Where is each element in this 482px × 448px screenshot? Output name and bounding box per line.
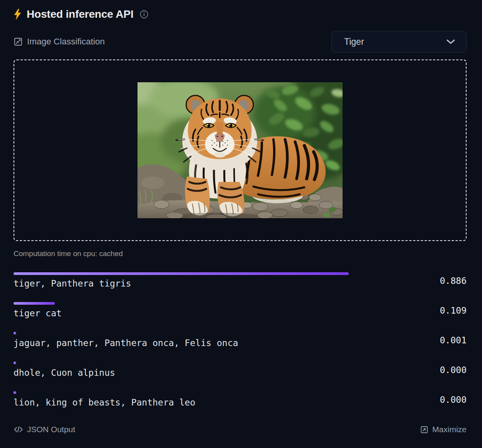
class-label: jaguar, panther, Panthera onca, Felis on… — [14, 338, 392, 348]
score-bar — [14, 361, 16, 364]
example-select-value: Tiger — [344, 37, 364, 47]
score-bar — [14, 391, 16, 394]
result-bar-and-label: jaguar, panther, Panthera onca, Felis on… — [14, 332, 392, 348]
class-label: tiger, Panthera tigris — [14, 278, 392, 289]
image-dropzone[interactable] — [14, 59, 467, 241]
json-output-label: JSON Output — [27, 425, 75, 434]
task-label: Image Classification — [27, 37, 105, 47]
result-row: dhole, Cuon alpinus 0.000 — [14, 361, 467, 378]
computation-time: Computation time on cpu: cached — [14, 249, 467, 258]
score-bar — [14, 272, 349, 275]
maximize-icon — [420, 426, 428, 434]
score-value: 0.109 — [392, 305, 467, 316]
inference-widget: Hosted inference API Image Classificatio… — [0, 0, 482, 434]
maximize-label: Maximize — [432, 425, 467, 434]
score-bar — [14, 332, 16, 334]
score-value: 0.001 — [392, 335, 467, 345]
class-label: tiger cat — [14, 308, 392, 319]
result-row: jaguar, panther, Panthera onca, Felis on… — [14, 332, 467, 348]
input-image-tiger — [137, 82, 343, 218]
info-icon[interactable] — [139, 10, 149, 19]
maximize-button[interactable]: Maximize — [420, 425, 467, 434]
result-bar-and-label: tiger, Panthera tigris — [14, 272, 392, 289]
example-select[interactable]: Tiger — [331, 31, 467, 53]
code-icon — [14, 426, 23, 433]
score-bar — [14, 302, 55, 305]
result-bar-and-label: lion, king of beasts, Panthera leo — [14, 391, 392, 408]
chevron-down-icon — [446, 39, 455, 44]
result-row: tiger cat 0.109 — [14, 302, 467, 319]
lightning-bolt-icon — [14, 9, 22, 20]
class-label: lion, king of beasts, Panthera leo — [14, 397, 392, 408]
json-output-button[interactable]: JSON Output — [14, 425, 75, 434]
result-bar-and-label: tiger cat — [14, 302, 392, 319]
result-row: tiger, Panthera tigris 0.886 — [14, 272, 467, 289]
task-row: Image Classification Tiger — [14, 31, 467, 53]
score-value: 0.000 — [392, 365, 467, 375]
image-classification-icon — [14, 37, 23, 46]
widget-header: Hosted inference API — [14, 8, 467, 20]
page-title: Hosted inference API — [27, 8, 134, 20]
score-value: 0.886 — [392, 276, 467, 286]
result-row: lion, king of beasts, Panthera leo 0.000 — [14, 391, 467, 408]
class-label: dhole, Cuon alpinus — [14, 367, 392, 378]
classification-results: tiger, Panthera tigris 0.886 tiger cat 0… — [14, 272, 467, 408]
widget-footer: JSON Output Maximize — [14, 425, 467, 434]
task-label-group: Image Classification — [14, 37, 105, 47]
result-bar-and-label: dhole, Cuon alpinus — [14, 361, 392, 378]
score-value: 0.000 — [392, 395, 467, 405]
